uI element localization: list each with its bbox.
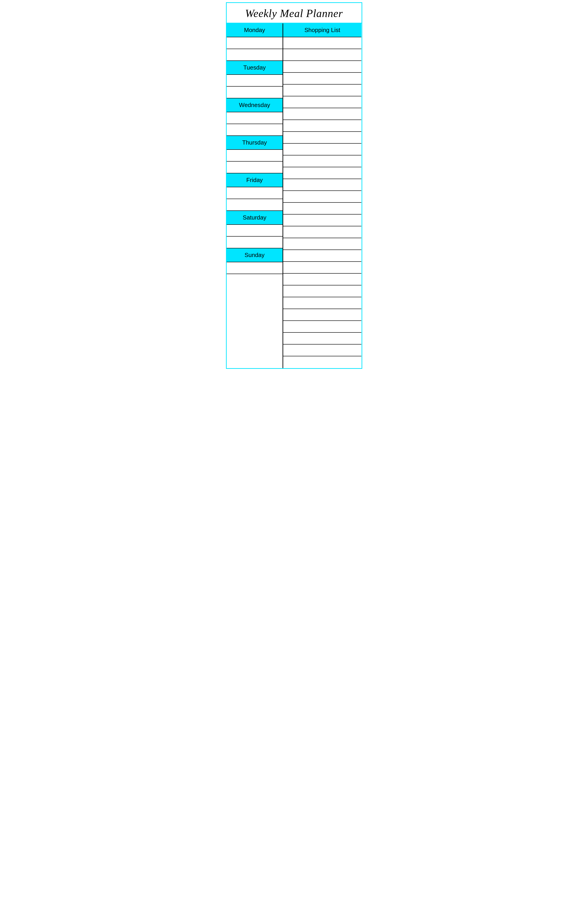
- sunday-meal-2[interactable]: [227, 274, 283, 286]
- shopping-item-9[interactable]: [283, 132, 362, 144]
- shopping-item-4[interactable]: [283, 73, 362, 84]
- right-column: Shopping List: [283, 23, 362, 368]
- shopping-item-28[interactable]: [283, 356, 362, 368]
- saturday-header: Saturday: [227, 211, 283, 225]
- shopping-item-20[interactable]: [283, 262, 362, 273]
- tuesday-meal-2[interactable]: [227, 87, 283, 99]
- monday-header: Monday: [227, 23, 283, 37]
- thursday-meal-1[interactable]: [227, 150, 283, 162]
- tuesday-block: Tuesday: [227, 61, 283, 99]
- planner-body: Monday Tuesday Wednesday Thursday: [227, 23, 362, 368]
- shopping-item-12[interactable]: [283, 167, 362, 179]
- wednesday-meal-2[interactable]: [227, 124, 283, 136]
- shopping-item-27[interactable]: [283, 345, 362, 356]
- shopping-item-25[interactable]: [283, 321, 362, 333]
- shopping-item-26[interactable]: [283, 333, 362, 345]
- tuesday-header: Tuesday: [227, 61, 283, 75]
- shopping-item-2[interactable]: [283, 49, 362, 61]
- left-column: Monday Tuesday Wednesday Thursday: [227, 23, 283, 368]
- shopping-item-11[interactable]: [283, 155, 362, 167]
- shopping-item-16[interactable]: [283, 215, 362, 226]
- wednesday-meal-1[interactable]: [227, 112, 283, 124]
- monday-block: Monday: [227, 23, 283, 61]
- shopping-item-7[interactable]: [283, 108, 362, 120]
- wednesday-header: Wednesday: [227, 99, 283, 112]
- shopping-item-15[interactable]: [283, 203, 362, 215]
- shopping-item-22[interactable]: [283, 285, 362, 297]
- monday-meal-1[interactable]: [227, 37, 283, 49]
- saturday-block: Saturday: [227, 211, 283, 248]
- shopping-item-17[interactable]: [283, 226, 362, 238]
- shopping-item-10[interactable]: [283, 144, 362, 155]
- shopping-item-1[interactable]: [283, 37, 362, 49]
- tuesday-meal-1[interactable]: [227, 75, 283, 87]
- shopping-item-23[interactable]: [283, 297, 362, 309]
- shopping-item-13[interactable]: [283, 179, 362, 191]
- planner-title: Weekly Meal Planner: [227, 3, 362, 23]
- sunday-meal-1[interactable]: [227, 262, 283, 274]
- shopping-item-21[interactable]: [283, 273, 362, 285]
- planner-wrapper: Weekly Meal Planner Monday Tuesday Wedne…: [226, 2, 362, 369]
- shopping-item-6[interactable]: [283, 96, 362, 108]
- friday-header: Friday: [227, 173, 283, 187]
- friday-meal-1[interactable]: [227, 187, 283, 199]
- shopping-item-14[interactable]: [283, 191, 362, 203]
- shopping-item-19[interactable]: [283, 250, 362, 262]
- thursday-meal-2[interactable]: [227, 162, 283, 173]
- friday-block: Friday: [227, 173, 283, 211]
- monday-meal-2[interactable]: [227, 49, 283, 61]
- thursday-block: Thursday: [227, 136, 283, 173]
- saturday-meal-2[interactable]: [227, 236, 283, 248]
- wednesday-block: Wednesday: [227, 99, 283, 136]
- shopping-item-8[interactable]: [283, 120, 362, 132]
- shopping-item-3[interactable]: [283, 61, 362, 73]
- shopping-item-24[interactable]: [283, 309, 362, 321]
- shopping-item-18[interactable]: [283, 238, 362, 250]
- sunday-header: Sunday: [227, 248, 283, 262]
- saturday-meal-1[interactable]: [227, 225, 283, 236]
- friday-meal-2[interactable]: [227, 199, 283, 211]
- thursday-header: Thursday: [227, 136, 283, 150]
- shopping-list-header: Shopping List: [283, 23, 362, 37]
- sunday-block: Sunday: [227, 248, 283, 286]
- shopping-item-5[interactable]: [283, 84, 362, 96]
